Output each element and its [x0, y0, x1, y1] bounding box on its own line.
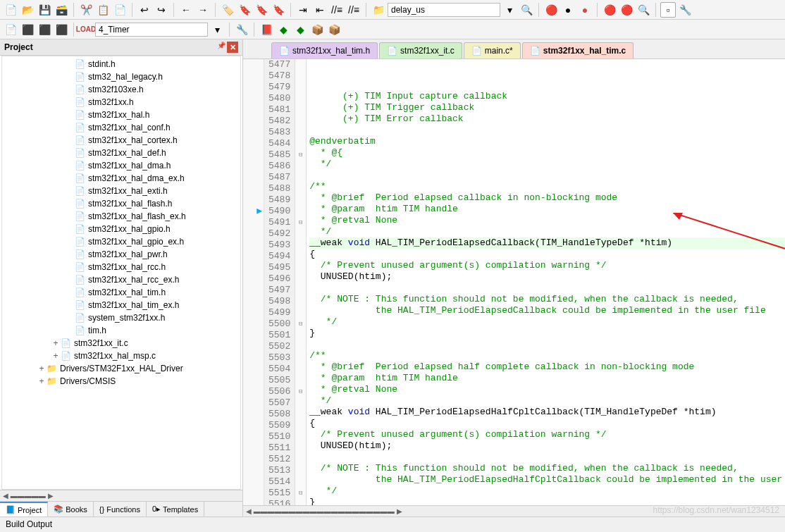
code-line[interactable]: [309, 170, 785, 181]
tree-item[interactable]: 📄stm32f103xe.h: [2, 83, 240, 96]
code-content[interactable]: (+) TIM Input capture callback (+) TIM T…: [307, 59, 785, 505]
code-line[interactable]: __weak void HAL_TIM_PeriodElapsedCallbac…: [309, 237, 785, 249]
code-line[interactable]: [309, 452, 785, 463]
code-line[interactable]: /* NOTE : This function should not be mo…: [309, 463, 785, 474]
code-line[interactable]: * @retval None: [309, 215, 785, 226]
code-line[interactable]: * @brief Period elapsed callback in non-…: [309, 192, 785, 204]
pack-icon[interactable]: ◆: [276, 22, 291, 37]
tree-item[interactable]: 📄stm32f1xx_hal_gpio.h: [2, 223, 240, 235]
rte-icon[interactable]: ◆: [292, 22, 308, 37]
tree-item[interactable]: 📄stm32f1xx.h: [2, 96, 240, 109]
code-line[interactable]: /* Prevent unused argument(s) compilatio…: [309, 260, 785, 271]
debug-icon[interactable]: 🔴: [543, 2, 559, 18]
code-line[interactable]: */: [309, 226, 785, 237]
save-icon[interactable]: 💾: [37, 2, 52, 18]
target-icon[interactable]: ●: [560, 2, 576, 18]
find-folder-icon[interactable]: 📁: [371, 2, 386, 18]
help-icon[interactable]: 📦: [326, 22, 342, 37]
indent-icon[interactable]: ⇥: [295, 2, 311, 18]
download-icon[interactable]: LOAD: [78, 22, 94, 37]
code-line[interactable]: * @param htim TIM handle: [309, 204, 785, 215]
open-icon[interactable]: 📂: [20, 2, 35, 18]
translate-icon[interactable]: 📄: [3, 22, 18, 37]
outdent-icon[interactable]: ⇤: [312, 2, 328, 18]
bookmark-clear-icon[interactable]: 🔖: [271, 2, 286, 18]
project-tab[interactable]: {}Functions: [94, 502, 147, 516]
target-dropdown-icon[interactable]: ▾: [209, 22, 225, 37]
code-line[interactable]: /**: [309, 181, 785, 192]
tree-item[interactable]: 📄stm32f1xx_hal.h: [2, 109, 240, 121]
code-line[interactable]: [309, 339, 785, 350]
code-line[interactable]: {: [309, 418, 785, 429]
manage-icon[interactable]: 📕: [259, 22, 274, 37]
project-tab[interactable]: 0▸Templates: [147, 502, 204, 516]
search-dropdown-icon[interactable]: ▾: [502, 2, 517, 18]
bookmark-icon[interactable]: 🏷️: [220, 2, 235, 18]
code-line[interactable]: * @param htim TIM handle: [309, 373, 785, 384]
editor-tab[interactable]: 📄stm32f1xx_hal_tim.c: [522, 42, 633, 58]
code-line[interactable]: */: [309, 485, 785, 497]
trace-icon[interactable]: 🔴: [602, 2, 617, 18]
close-panel-icon[interactable]: ✕: [227, 42, 238, 53]
editor-tab[interactable]: 📄main.c*: [464, 42, 521, 58]
code-line[interactable]: the HAL_TIM_PeriodElapsedCallback could …: [309, 305, 785, 316]
tree-item[interactable]: 📄tim.h: [2, 324, 240, 337]
batch-build-icon[interactable]: ⬛: [54, 22, 69, 37]
tree-item[interactable]: 📄stm32f1xx_hal_conf.h: [2, 121, 240, 134]
build-output-panel[interactable]: Build Output: [0, 516, 785, 532]
wrench-icon[interactable]: 🔧: [677, 2, 693, 18]
tree-item[interactable]: 📄stm32f1xx_hal_flash.h: [2, 197, 240, 210]
editor-hscrollbar[interactable]: ◀ ▬▬▬▬▬▬▬▬▬▬▬▬▬▬▬▬▬▬▬▬ ▶: [243, 505, 785, 516]
code-line[interactable]: __weak void HAL_TIM_PeriodElapsedHalfCpl…: [309, 407, 785, 418]
tree-item[interactable]: 📄stm32f1xx_hal_rcc_ex.h: [2, 273, 240, 286]
code-line[interactable]: (+) TIM Trigger callback: [309, 102, 785, 113]
tree-item[interactable]: 📄stdint.h: [2, 58, 240, 70]
editor-tab[interactable]: 📄stm32f1xx_hal_tim.h: [271, 42, 378, 58]
paste-icon[interactable]: 📄: [112, 2, 128, 18]
tree-item[interactable]: +📄stm32f1xx_it.c: [2, 337, 240, 349]
tree-item[interactable]: 📄stm32f1xx_hal_dma.h: [2, 159, 240, 172]
tree-item[interactable]: 📄stm32_hal_legacy.h: [2, 70, 240, 83]
debug-session-icon[interactable]: 🔍: [636, 2, 651, 18]
tree-item[interactable]: +📄stm32f1xx_hal_msp.c: [2, 349, 240, 362]
rebuild-icon[interactable]: ⬛: [37, 22, 52, 37]
code-line[interactable]: @endverbatim: [309, 136, 785, 147]
project-tree[interactable]: 📄stdint.h📄stm32_hal_legacy.h📄stm32f103xe…: [1, 56, 241, 490]
pin-icon[interactable]: 📌: [217, 42, 225, 53]
code-line[interactable]: */: [309, 395, 785, 407]
code-line[interactable]: /* Prevent unused argument(s) compilatio…: [309, 429, 785, 440]
code-line[interactable]: * @retval None: [309, 384, 785, 395]
cut-icon[interactable]: ✂️: [78, 2, 94, 18]
fold-gutter[interactable]: ⊟⊟⊟⊟⊟: [295, 59, 307, 505]
tree-item[interactable]: 📄stm32f1xx_hal_dma_ex.h: [2, 172, 240, 185]
code-line[interactable]: */: [309, 159, 785, 170]
tree-item[interactable]: 📄stm32f1xx_hal_tim.h: [2, 286, 240, 299]
back-icon[interactable]: ←: [178, 2, 194, 18]
code-line[interactable]: {: [309, 249, 785, 260]
undo-icon[interactable]: ↩: [137, 2, 152, 18]
code-line[interactable]: /* NOTE : This function should not be mo…: [309, 294, 785, 305]
tree-item[interactable]: 📄stm32f1xx_hal_exti.h: [2, 185, 240, 197]
code-line[interactable]: }: [309, 328, 785, 339]
tree-item[interactable]: +📁Drivers/CMSIS: [2, 375, 240, 388]
save-all-icon[interactable]: 🗃️: [54, 2, 69, 18]
copy-icon[interactable]: 📋: [95, 2, 111, 18]
search-input[interactable]: [388, 3, 500, 17]
options-icon[interactable]: 🔧: [234, 22, 249, 37]
project-tab[interactable]: 📚Books: [48, 502, 94, 516]
tree-item[interactable]: 📄stm32f1xx_hal_def.h: [2, 147, 240, 159]
code-line[interactable]: * @{: [309, 147, 785, 159]
code-line[interactable]: [309, 283, 785, 294]
code-line[interactable]: [309, 125, 785, 136]
code-line[interactable]: the HAL_TIM_PeriodElapsedHalfCpltCallbac…: [309, 474, 785, 485]
build-icon[interactable]: ⬛: [20, 22, 35, 37]
analyze-icon[interactable]: 🔴: [619, 2, 634, 18]
tree-item[interactable]: 📄stm32f1xx_hal_gpio_ex.h: [2, 235, 240, 248]
code-line[interactable]: */: [309, 316, 785, 328]
tree-item[interactable]: 📄stm32f1xx_hal_tim_ex.h: [2, 299, 240, 311]
hscrollbar[interactable]: ◀ ▬▬▬▬▬ ▶: [0, 490, 242, 501]
breakpoint-icon[interactable]: ●: [577, 2, 593, 18]
code-line[interactable]: * @brief Period elapsed half complete ca…: [309, 361, 785, 373]
tree-item[interactable]: +📁Drivers/STM32F1xx_HAL_Driver: [2, 362, 240, 375]
code-line[interactable]: }: [309, 497, 785, 505]
